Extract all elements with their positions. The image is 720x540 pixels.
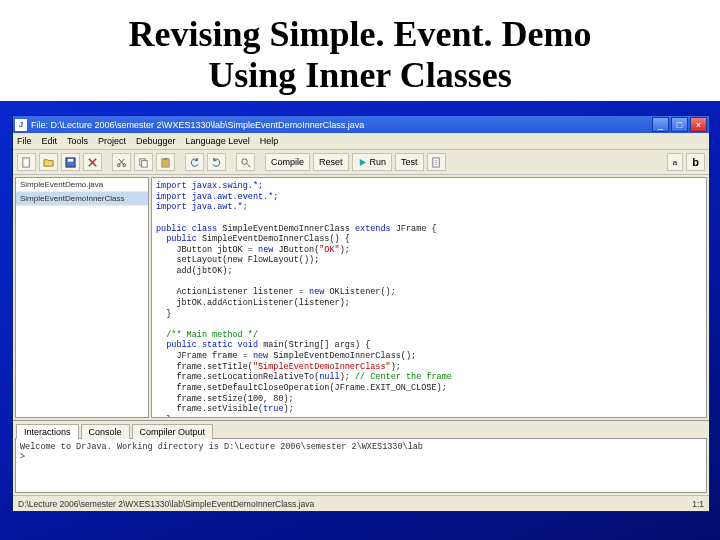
- bottom-panel: Interactions Console Compiler Output Wel…: [13, 420, 709, 495]
- save-icon[interactable]: [61, 153, 80, 171]
- status-path: D:\Lecture 2006\semester 2\WXES1330\lab\…: [18, 499, 314, 509]
- app-icon: J: [15, 119, 27, 131]
- list-item[interactable]: SimpleEventDemoInnerClass: [16, 192, 148, 206]
- find-icon[interactable]: [236, 153, 255, 171]
- status-position: 1:1: [692, 499, 704, 509]
- test-button[interactable]: Test: [395, 153, 424, 171]
- list-item[interactable]: SimpleEventDemo.java: [16, 178, 148, 192]
- paste-icon[interactable]: [156, 153, 175, 171]
- font-larger-button[interactable]: b: [686, 153, 705, 171]
- compile-button[interactable]: Compile: [265, 153, 310, 171]
- maximize-button[interactable]: □: [671, 117, 688, 132]
- code-editor[interactable]: import javax.swing.*; import java.awt.ev…: [151, 177, 707, 418]
- menu-help[interactable]: Help: [260, 136, 279, 146]
- console-prompt: >: [20, 452, 702, 462]
- file-list-panel: SimpleEventDemo.java SimpleEventDemoInne…: [15, 177, 149, 418]
- cut-icon[interactable]: [112, 153, 131, 171]
- menu-edit[interactable]: Edit: [42, 136, 58, 146]
- menu-debugger[interactable]: Debugger: [136, 136, 176, 146]
- title-bar[interactable]: J File: D:\Lecture 2006\semester 2\WXES1…: [13, 116, 709, 133]
- svg-rect-8: [164, 157, 168, 159]
- close-button[interactable]: ×: [690, 117, 707, 132]
- menu-tools[interactable]: Tools: [67, 136, 88, 146]
- slide-title-line1: Revising Simple. Event. Demo: [129, 14, 592, 54]
- console-line: Welcome to DrJava. Working directory is …: [20, 442, 702, 452]
- tab-compiler-output[interactable]: Compiler Output: [132, 424, 214, 439]
- interactions-pane[interactable]: Welcome to DrJava. Working directory is …: [15, 438, 707, 493]
- window-title: File: D:\Lecture 2006\semester 2\WXES133…: [31, 120, 652, 130]
- menu-file[interactable]: File: [17, 136, 32, 146]
- tab-interactions[interactable]: Interactions: [16, 424, 79, 439]
- slide-title: Revising Simple. Event. Demo Using Inner…: [0, 6, 720, 101]
- menu-bar: File Edit Tools Project Debugger Languag…: [13, 133, 709, 150]
- undo-icon[interactable]: [185, 153, 204, 171]
- run-button[interactable]: Run: [352, 153, 393, 171]
- javadoc-icon[interactable]: [427, 153, 446, 171]
- new-file-icon[interactable]: [17, 153, 36, 171]
- ide-window: J File: D:\Lecture 2006\semester 2\WXES1…: [12, 115, 710, 512]
- svg-rect-2: [68, 158, 74, 161]
- copy-icon[interactable]: [134, 153, 153, 171]
- open-icon[interactable]: [39, 153, 58, 171]
- svg-point-9: [242, 158, 248, 164]
- menu-project[interactable]: Project: [98, 136, 126, 146]
- slide-title-line2: Using Inner Classes: [208, 55, 511, 95]
- close-file-icon[interactable]: [83, 153, 102, 171]
- menu-language[interactable]: Language Level: [186, 136, 250, 146]
- reset-button[interactable]: Reset: [313, 153, 349, 171]
- redo-icon[interactable]: [207, 153, 226, 171]
- svg-rect-6: [142, 160, 148, 166]
- font-smaller-button[interactable]: a: [667, 153, 683, 171]
- tab-console[interactable]: Console: [81, 424, 130, 439]
- bottom-tabs: Interactions Console Compiler Output: [13, 421, 709, 438]
- toolbar: Compile Reset Run Test a b: [13, 150, 709, 175]
- status-bar: D:\Lecture 2006\semester 2\WXES1330\lab\…: [13, 495, 709, 511]
- svg-rect-7: [162, 158, 169, 166]
- minimize-button[interactable]: _: [652, 117, 669, 132]
- svg-rect-0: [23, 157, 29, 166]
